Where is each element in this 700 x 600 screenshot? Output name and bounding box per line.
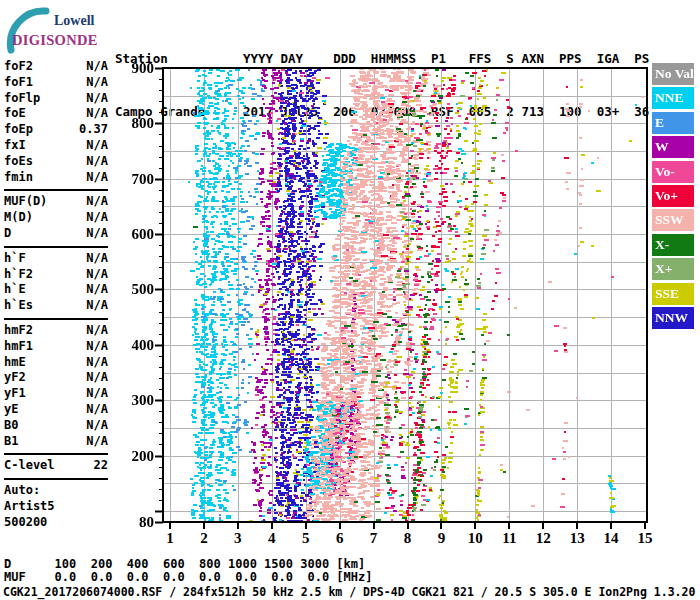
param-label: foF1: [4, 75, 33, 91]
param-label: h`F: [4, 251, 26, 267]
logo-text-lowell: Lowell: [54, 13, 94, 29]
param-label: hmF1: [4, 339, 33, 355]
param-row: hmF2N/A: [4, 323, 108, 339]
x-tick-label: 11: [494, 530, 524, 546]
legend-item-ssw: SSW: [652, 209, 694, 231]
y-tick-label: 500: [114, 281, 154, 297]
param-row: yEN/A: [4, 402, 108, 418]
param-row: C-level22: [4, 458, 108, 474]
x-tick-label: 3: [223, 530, 253, 546]
param-value: N/A: [86, 170, 108, 186]
x-tick-label: 14: [596, 530, 626, 546]
param-row: DN/A: [4, 226, 108, 242]
x-tick-label: 13: [562, 530, 592, 546]
x-tick-label: 8: [393, 530, 423, 546]
param-row: fminN/A: [4, 170, 108, 186]
param-row: foF2N/A: [4, 59, 108, 75]
param-row: h`EN/A: [4, 282, 108, 298]
param-value: N/A: [86, 75, 108, 91]
echo-direction-legend: No ValNNEEWVo-Vo+SSWX-X+SSENNW: [652, 63, 694, 331]
param-row: fxIN/A: [4, 138, 108, 154]
param-label: yE: [4, 402, 18, 418]
parameter-panel: foF2N/AfoF1N/AfoFlpN/AfoEN/AfoEp0.37fxIN…: [4, 59, 108, 531]
param-value: N/A: [86, 154, 108, 170]
param-row: B0N/A: [4, 418, 108, 434]
x-tick-label: 7: [359, 530, 389, 546]
param-value: N/A: [86, 370, 108, 386]
x-tick-label: 1: [155, 530, 185, 546]
param-value: N/A: [86, 434, 108, 450]
param-value: N/A: [86, 298, 108, 314]
panel-divider: [4, 189, 108, 191]
param-label: foEp: [4, 122, 33, 138]
logo-text-digisonde: DIGISONDE: [12, 32, 98, 49]
param-label: foE: [4, 106, 26, 122]
param-row: hmEN/A: [4, 355, 108, 371]
legend-item-nnw: NNW: [652, 307, 694, 329]
legend-item-x-: X+: [652, 258, 694, 280]
param-label: foFlp: [4, 91, 40, 107]
param-row: foFlpN/A: [4, 91, 108, 107]
param-row: M(D)N/A: [4, 210, 108, 226]
lowell-digisonde-logo: Lowell DIGISONDE: [4, 6, 114, 54]
param-label: hmF2: [4, 323, 33, 339]
x-tick-label: 4: [257, 530, 287, 546]
param-value: N/A: [86, 194, 108, 210]
param-value: N/A: [86, 138, 108, 154]
param-label: h`E: [4, 282, 26, 298]
x-tick-label: 10: [460, 530, 490, 546]
legend-item-x-: X-: [652, 234, 694, 256]
param-value: N/A: [86, 355, 108, 371]
y-tick-label: 80: [114, 514, 154, 530]
param-value: N/A: [86, 210, 108, 226]
param-label: C-level: [4, 458, 55, 474]
param-value: N/A: [86, 323, 108, 339]
param-row: foF1N/A: [4, 75, 108, 91]
x-tick-label: 5: [291, 530, 321, 546]
panel-divider: [4, 318, 108, 320]
x-tick-label: 2: [189, 530, 219, 546]
param-label: yF2: [4, 370, 26, 386]
x-tick-label: 9: [426, 530, 456, 546]
y-tick-label: 600: [114, 226, 154, 242]
legend-item-w: W: [652, 136, 694, 158]
y-tick-label: 400: [114, 337, 154, 353]
param-value: 22: [94, 458, 108, 474]
legend-item-nne: NNE: [652, 87, 694, 109]
param-label: B0: [4, 418, 18, 434]
param-row: h`F2N/A: [4, 267, 108, 283]
param-label: Artist5: [4, 499, 55, 515]
param-row: yF2N/A: [4, 370, 108, 386]
panel-divider: [4, 478, 108, 480]
param-value: N/A: [86, 402, 108, 418]
param-label: yF1: [4, 386, 26, 402]
param-row: foEp0.37: [4, 122, 108, 138]
param-value: N/A: [86, 282, 108, 298]
legend-item-vo-: Vo-: [652, 161, 694, 183]
legend-item-vo-: Vo+: [652, 185, 694, 207]
legend-item-e: E: [652, 112, 694, 134]
legend-item-sse: SSE: [652, 283, 694, 305]
x-tick-label: 15: [630, 530, 660, 546]
param-label: D: [4, 226, 11, 242]
y-tick-label: 700: [114, 171, 154, 187]
param-value: N/A: [86, 267, 108, 283]
param-row: MUF(D)N/A: [4, 194, 108, 210]
param-value: N/A: [86, 226, 108, 242]
param-row: h`EsN/A: [4, 298, 108, 314]
param-row: hmF1N/A: [4, 339, 108, 355]
param-value: N/A: [86, 339, 108, 355]
param-label: foEs: [4, 154, 33, 170]
param-label: h`F2: [4, 267, 33, 283]
param-label: MUF(D): [4, 194, 47, 210]
file-status-footer: CGK21_2017206074000.RSF / 284fx512h 50 k…: [3, 585, 695, 599]
ionogram-page: Lowell DIGISONDE Station YYYY DAY DDD HH…: [0, 0, 700, 600]
param-value: N/A: [86, 91, 108, 107]
param-label: hmE: [4, 355, 26, 371]
panel-divider: [4, 246, 108, 248]
param-row: B1N/A: [4, 434, 108, 450]
y-tick-label: 900: [114, 60, 154, 76]
param-value: 0.37: [79, 122, 108, 138]
param-row: 500200: [4, 515, 108, 531]
param-row: Auto:: [4, 483, 108, 499]
